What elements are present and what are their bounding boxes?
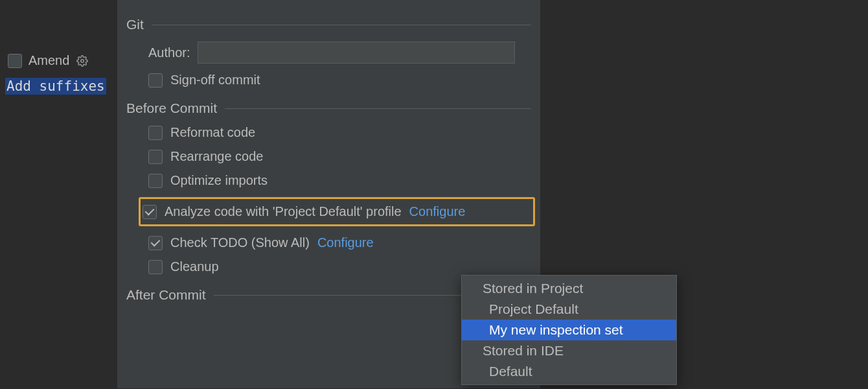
reformat-code-checkbox[interactable] — [148, 126, 163, 140]
analyze-code-checkbox[interactable] — [143, 205, 157, 219]
commit-message-text[interactable]: Add suffixes — [5, 78, 106, 95]
signoff-label: Sign-off commit — [170, 73, 260, 88]
inspection-profile-dropdown[interactable]: Stored in Project Project Default My new… — [461, 275, 677, 385]
svg-point-0 — [81, 59, 84, 62]
author-row: Author: — [148, 41, 531, 64]
dropdown-item-my-new-inspection-set[interactable]: My new inspection set — [462, 320, 676, 340]
divider — [152, 25, 531, 25]
analyze-code-row[interactable]: Analyze code with 'Project Default' prof… — [143, 204, 528, 219]
author-label: Author: — [148, 45, 190, 60]
reformat-code-label: Reformat code — [170, 125, 255, 140]
analyze-code-configure-link[interactable]: Configure — [409, 204, 466, 219]
before-commit-section-header: Before Commit — [126, 100, 531, 116]
optimize-imports-checkbox[interactable] — [148, 174, 163, 188]
check-todo-configure-link[interactable]: Configure — [317, 235, 374, 250]
reformat-code-row[interactable]: Reformat code — [148, 125, 531, 140]
cleanup-checkbox[interactable] — [148, 260, 163, 274]
commit-left-pane: Amend Add suffixes — [0, 0, 117, 389]
optimize-imports-row[interactable]: Optimize imports — [148, 173, 531, 188]
git-section-header: Git — [126, 17, 531, 32]
optimize-imports-label: Optimize imports — [170, 173, 268, 188]
after-commit-title: After Commit — [126, 287, 206, 303]
check-todo-row[interactable]: Check TODO (Show All) Configure — [148, 235, 531, 250]
signoff-checkbox[interactable] — [148, 73, 163, 88]
author-input[interactable] — [198, 41, 515, 64]
dropdown-group-stored-ide: Stored in IDE — [462, 340, 676, 361]
git-section-title: Git — [126, 17, 144, 32]
cleanup-label: Cleanup — [170, 259, 219, 274]
rearrange-code-row[interactable]: Rearrange code — [148, 149, 531, 164]
check-todo-checkbox[interactable] — [148, 236, 163, 250]
divider — [225, 108, 531, 109]
analyze-code-highlight: Analyze code with 'Project Default' prof… — [139, 197, 535, 226]
dropdown-item-project-default[interactable]: Project Default — [462, 299, 676, 320]
rearrange-code-checkbox[interactable] — [148, 150, 163, 164]
amend-row: Amend — [8, 53, 89, 68]
before-commit-title: Before Commit — [126, 100, 217, 116]
signoff-row[interactable]: Sign-off commit — [148, 73, 531, 88]
gear-icon[interactable] — [76, 54, 89, 67]
dropdown-item-default[interactable]: Default — [462, 361, 676, 382]
amend-checkbox[interactable] — [8, 54, 22, 68]
check-todo-label: Check TODO (Show All) — [170, 235, 310, 250]
rearrange-code-label: Rearrange code — [170, 149, 263, 164]
cleanup-row[interactable]: Cleanup — [148, 259, 531, 274]
analyze-code-label: Analyze code with 'Project Default' prof… — [165, 204, 402, 219]
dropdown-group-stored-project: Stored in Project — [462, 278, 676, 299]
amend-label: Amend — [29, 53, 69, 68]
